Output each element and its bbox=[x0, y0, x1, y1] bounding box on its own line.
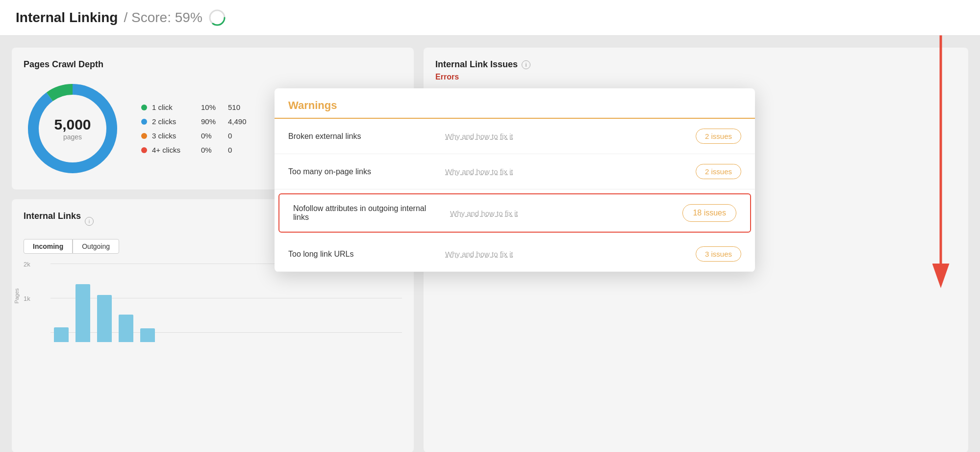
legend-pct-3clicks: 0% bbox=[201, 132, 223, 140]
warning-link-long-urls[interactable]: Why and how to fix it bbox=[445, 250, 686, 258]
issues-badge-broken-links[interactable]: 2 issues bbox=[696, 129, 741, 144]
legend-pct-1click: 10% bbox=[201, 103, 223, 111]
legend-label-1click: 1 click bbox=[152, 103, 196, 111]
bar-1 bbox=[54, 327, 69, 342]
red-arrow-annotation bbox=[911, 35, 970, 291]
bar-chart: 2k 1k Pages bbox=[24, 264, 402, 352]
page-score: / Score: 59% bbox=[124, 10, 202, 26]
warning-name-nofollow: Nofollow attributes in outgoing internal… bbox=[293, 204, 440, 222]
bar-3 bbox=[97, 295, 112, 342]
legend-item-2clicks: 2 clicks 90% 4,490 bbox=[141, 117, 247, 126]
legend-num-2clicks: 4,490 bbox=[228, 117, 247, 126]
warning-link-broken-links[interactable]: Why and how to fix it bbox=[445, 132, 686, 140]
warnings-header: Warnings bbox=[275, 88, 755, 119]
legend-num-4clicks: 0 bbox=[228, 146, 232, 154]
donut-chart: 5,000 pages bbox=[24, 80, 122, 178]
crawl-depth-legend: 1 click 10% 510 2 clicks 90% 4,490 3 cli… bbox=[141, 103, 247, 154]
score-circle-icon bbox=[208, 9, 226, 27]
legend-pct-2clicks: 90% bbox=[201, 117, 223, 126]
donut-center: 5,000 pages bbox=[54, 116, 91, 141]
warning-name-broken-links: Broken external links bbox=[288, 132, 435, 141]
bar-4 bbox=[119, 315, 133, 342]
legend-label-3clicks: 3 clicks bbox=[152, 132, 196, 140]
warning-row-long-urls: Too long link URLs Why and how to fix it… bbox=[275, 237, 755, 272]
internal-link-issues-title: Internal Link Issues i bbox=[435, 59, 956, 70]
legend-item-4clicks: 4+ clicks 0% 0 bbox=[141, 146, 247, 154]
warning-row-too-many-links: Too many on-page links Why and how to fi… bbox=[275, 154, 755, 189]
tab-outgoing[interactable]: Outgoing bbox=[73, 239, 119, 254]
legend-dot-3clicks bbox=[141, 133, 147, 139]
warning-name-long-urls: Too long link URLs bbox=[288, 250, 435, 259]
issues-badge-too-many-links[interactable]: 2 issues bbox=[696, 164, 741, 179]
warnings-overlay: Warnings Broken external links Why and h… bbox=[275, 88, 755, 272]
legend-num-1click: 510 bbox=[228, 103, 240, 111]
legend-dot-4clicks bbox=[141, 147, 147, 153]
internal-links-info-icon[interactable]: i bbox=[85, 217, 94, 226]
errors-tab[interactable]: Errors bbox=[435, 73, 956, 84]
warning-name-too-many-links: Too many on-page links bbox=[288, 167, 435, 176]
issues-badge-long-urls[interactable]: 3 issues bbox=[696, 246, 741, 262]
y-label-2k: 2k bbox=[24, 261, 30, 268]
page-header: Internal Linking / Score: 59% bbox=[0, 0, 980, 36]
donut-number: 5,000 bbox=[54, 116, 91, 133]
legend-label-4clicks: 4+ clicks bbox=[152, 146, 196, 154]
legend-num-3clicks: 0 bbox=[228, 132, 232, 140]
highlighted-row-wrapper: Nofollow attributes in outgoing internal… bbox=[275, 189, 755, 237]
y-label-1k: 1k bbox=[24, 295, 30, 302]
issues-info-icon[interactable]: i bbox=[522, 60, 530, 69]
warning-link-nofollow[interactable]: Why and how to fix it bbox=[450, 209, 673, 217]
legend-dot-2clicks bbox=[141, 119, 147, 125]
page-title: Internal Linking bbox=[16, 10, 118, 26]
issues-badge-nofollow[interactable]: 18 issues bbox=[682, 204, 736, 222]
tab-incoming[interactable]: Incoming bbox=[24, 239, 73, 254]
warning-row-broken-links: Broken external links Why and how to fix… bbox=[275, 119, 755, 154]
legend-item-3clicks: 3 clicks 0% 0 bbox=[141, 132, 247, 140]
legend-dot-1click bbox=[141, 105, 147, 110]
warnings-title: Warnings bbox=[288, 99, 741, 118]
legend-item-1click: 1 click 10% 510 bbox=[141, 103, 247, 111]
bar-5 bbox=[140, 328, 155, 342]
donut-label: pages bbox=[54, 133, 91, 141]
legend-pct-4clicks: 0% bbox=[201, 146, 223, 154]
legend-label-2clicks: 2 clicks bbox=[152, 117, 196, 126]
y-axis-title: Pages bbox=[14, 288, 20, 303]
internal-links-title: Internal Links bbox=[24, 211, 81, 221]
bar-2 bbox=[75, 284, 90, 342]
crawl-depth-title: Pages Crawl Depth bbox=[24, 59, 402, 70]
warning-link-too-many-links[interactable]: Why and how to fix it bbox=[445, 167, 686, 176]
warning-row-nofollow: Nofollow attributes in outgoing internal… bbox=[278, 193, 751, 233]
